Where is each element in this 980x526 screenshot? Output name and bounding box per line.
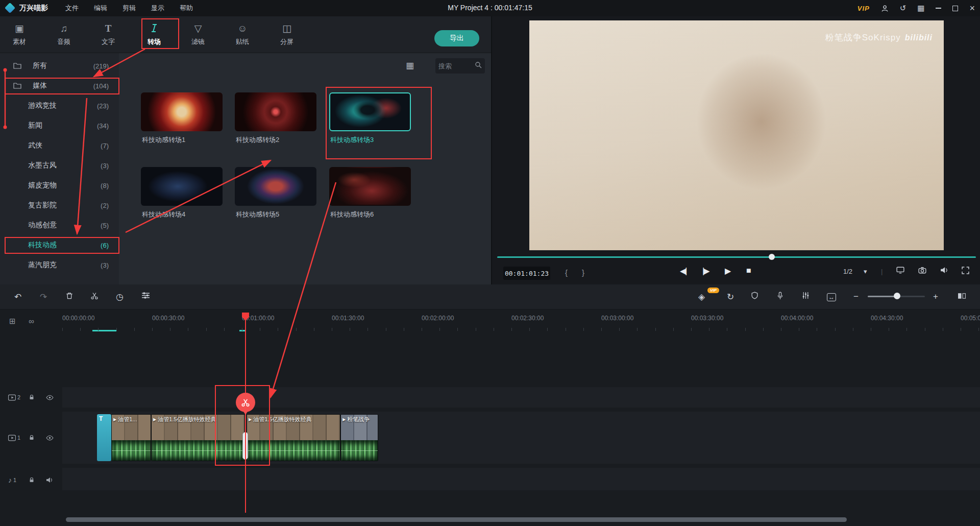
adjust-icon[interactable] [141,292,150,302]
voiceover-mic-icon[interactable] [777,292,783,303]
account-icon[interactable] [881,5,889,12]
tab-transitions[interactable]: 转场 [136,19,172,50]
sidebar-item-ink[interactable]: 水墨古风 (3) [0,157,119,174]
sidebar-item-steampunk[interactable]: 蒸汽朋克 (3) [0,256,119,274]
mark-in-button[interactable]: { [565,268,568,277]
redo-icon[interactable]: ↷ [40,292,47,302]
sidebar-item-tech[interactable]: 科技动感 (6) [0,236,119,254]
preview-seekbar[interactable] [497,256,976,258]
transition-thumbnail[interactable] [329,167,411,206]
tab-text[interactable]: T 文字 [90,19,126,50]
minimize-button[interactable] [936,8,941,9]
transition-label[interactable]: 科技动感转场6 [330,210,374,219]
split-scissors-icon[interactable] [90,292,99,302]
video-clip[interactable]: ▶油管1... [111,414,151,461]
volume-icon[interactable] [940,267,948,276]
video-clip[interactable]: ▶油管1.5亿播放特效经典 [247,414,340,461]
mark-out-button[interactable]: } [582,268,584,277]
fit-timeline-icon[interactable]: ↔ [827,292,836,302]
zoom-in-icon[interactable]: + [933,292,938,302]
zoom-out-icon[interactable]: − [853,292,859,302]
transition-label[interactable]: 科技动感转场4 [142,210,185,219]
transition-thumbnail[interactable] [235,167,316,206]
sidebar-item-all[interactable]: 所有 (219) [0,57,119,75]
sidebar-item-pets[interactable]: 嬉皮宠物 (8) [0,177,119,194]
mute-speaker-icon[interactable] [46,477,53,483]
tab-label: 素材 [13,37,26,46]
transition-label[interactable]: 科技动感转场5 [236,210,279,219]
manage-tracks-icon[interactable]: ⊞ [9,317,16,326]
cut-scissors-badge[interactable] [236,393,255,412]
title-clip[interactable]: T [97,414,111,461]
link-icon[interactable]: ∞ [29,317,34,325]
split-view-icon[interactable] [958,292,966,302]
stop-button[interactable]: ■ [746,266,751,275]
sidebar-item-wuxia[interactable]: 武侠 (7) [0,137,119,154]
transition-thumbnail[interactable] [141,167,223,206]
sidebar-item-retro[interactable]: 复古影院 (2) [0,197,119,214]
export-button[interactable]: 导出 [434,30,479,46]
play-button[interactable]: ▶ [725,266,731,276]
maximize-button[interactable] [952,6,958,11]
layout-icon[interactable]: ▦ [917,4,924,13]
tab-splitscreen[interactable]: ◫ 分屏 [269,19,305,50]
sidebar-item-gaming[interactable]: 游戏竞技 (23) [0,97,119,114]
feedback-icon[interactable]: ↺ [900,4,906,13]
menu-file[interactable]: 文件 [65,4,79,13]
search-icon[interactable] [475,61,482,70]
tab-media[interactable]: ▣ 素材 [2,19,37,50]
next-frame-button[interactable]: |▶ [702,266,708,276]
audio-mixer-icon[interactable] [802,292,810,302]
video-clip[interactable]: ▶油管1.5亿播放特效经典 [151,414,245,461]
clip-waveform [341,440,378,461]
grid-view-icon[interactable]: ▦ [406,60,414,71]
close-button[interactable]: × [969,3,975,14]
speed-clock-icon[interactable]: ◷ [116,292,124,302]
vip-badge[interactable]: VIP [857,5,870,12]
sidebar-item-news[interactable]: 新闻 (34) [0,117,119,134]
lock-icon[interactable] [29,477,35,483]
menu-view[interactable]: 显示 [151,4,164,13]
track-lane-video2[interactable] [62,387,980,408]
display-device-icon[interactable] [896,267,904,276]
seekbar-handle[interactable] [769,254,775,260]
app-window: 万兴喵影 文件 编辑 剪辑 显示 帮助 MY Project 4 : 00:01… [0,0,980,526]
tab-audio[interactable]: ♫ 音频 [46,19,82,50]
menu-edit[interactable]: 编辑 [94,4,107,13]
undo-icon[interactable]: ↶ [14,292,21,302]
keyframe-icon[interactable]: ◈ [698,292,705,302]
horizontal-scrollbar[interactable] [66,517,847,522]
fullscreen-icon[interactable] [962,267,969,276]
transition-label[interactable]: 科技动感转场2 [236,135,279,145]
delete-icon[interactable] [65,292,74,302]
menu-help[interactable]: 帮助 [180,4,193,13]
chevron-down-icon[interactable]: ▾ [864,268,867,275]
transition-thumbnail[interactable] [141,92,223,131]
sidebar-item-media[interactable]: 媒体 (104) [0,77,119,94]
page-indicator-dropdown[interactable]: 1/2 [843,268,852,275]
snapshot-camera-icon[interactable] [918,267,926,276]
bilibili-logo: bilibili [905,33,933,42]
render-preview-icon[interactable]: ↻ [727,292,734,302]
timeline-ruler[interactable]: ⊞ ∞ 00:00:00:00 00:00:30:00 00:01:00:00 … [0,313,980,332]
tab-stickers[interactable]: ☺ 贴纸 [225,19,260,50]
folder-icon [13,82,21,91]
previous-frame-button[interactable]: ◀| [680,266,686,276]
tab-filters[interactable]: ▽ 滤镜 [180,19,216,50]
search-input[interactable] [438,62,475,70]
eye-icon[interactable] [46,435,54,441]
lock-icon[interactable] [29,435,35,441]
transition-label[interactable]: 科技动感转场3 [330,135,374,145]
track-lane-audio1[interactable] [62,468,980,490]
video-clip[interactable]: ▶粉笔战争 [340,414,378,461]
eye-icon[interactable] [46,395,54,400]
transition-label[interactable]: 科技动感转场1 [142,135,185,145]
zoom-slider-handle[interactable] [894,293,900,299]
menu-clip[interactable]: 剪辑 [122,4,136,13]
transition-thumbnail[interactable] [235,92,316,131]
marker-shield-icon[interactable] [751,292,758,302]
video-preview[interactable]: 粉笔战争SoKrispy bilibili [529,20,944,250]
sidebar-item-dynamic[interactable]: 动感创意 (5) [0,217,119,234]
transition-thumbnail-selected[interactable] [329,92,411,131]
lock-icon[interactable] [29,394,35,400]
